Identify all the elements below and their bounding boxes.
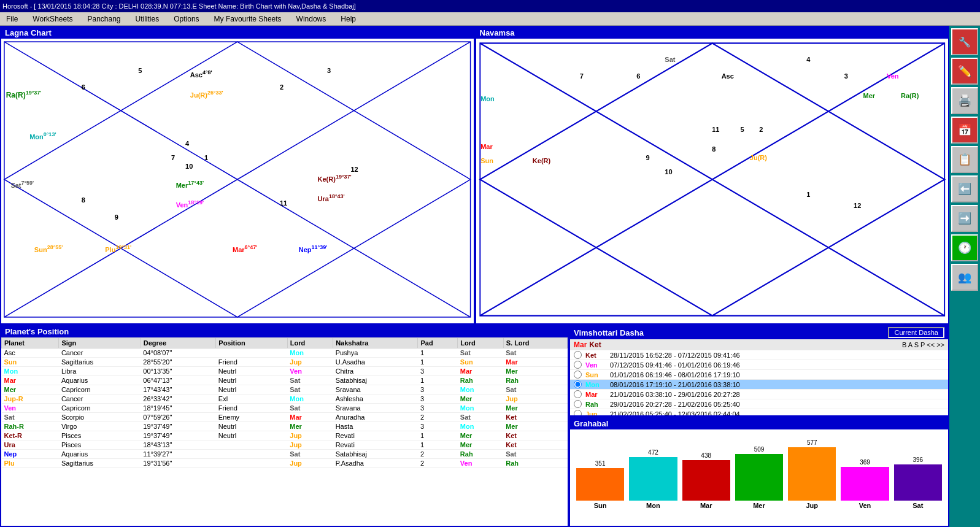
dasha-planet-name: Ven (585, 361, 610, 369)
house-10: 10 (185, 163, 193, 170)
bar-value: 351 (595, 460, 606, 467)
bar-chart: 351 Sun 472 Mon 438 Mar 509 Mer 577 Jup … (570, 429, 948, 509)
bar-label: Sat (912, 502, 923, 509)
navamsa-chart-svg (476, 39, 949, 320)
nav-h2: 2 (759, 126, 763, 133)
current-dasha-button[interactable]: Current Dasha (888, 327, 944, 338)
bar-rect (682, 460, 730, 501)
nav-h9: 9 (646, 154, 650, 161)
planet-mar: Mar6°47' (233, 244, 257, 253)
dasha-row[interactable]: Jup 21/02/2016 05:25:40 - 12/03/2016 02:… (570, 409, 948, 417)
nav-mar: Mar (480, 143, 493, 150)
planet-sun: Sun28°55' (34, 244, 63, 253)
dasha-radio[interactable] (574, 361, 582, 369)
sidebar-edit-btn[interactable]: ✏️ (951, 58, 978, 85)
table-row: Sat Scorpio 07°59'26" Enemy Mar Anuradha… (2, 413, 568, 422)
sidebar-back-btn[interactable]: ⬅️ (951, 175, 978, 202)
house-12: 12 (350, 166, 358, 173)
dasha-planet-name: Jup (585, 410, 610, 417)
house-5: 5 (138, 67, 142, 74)
sidebar-calendar-btn[interactable]: 📅 (951, 117, 978, 144)
col-planet: Planet (2, 338, 59, 348)
table-row: Mar Aquarius 06°47'13" Neutrl Sat Satabh… (2, 376, 568, 385)
dasha-row[interactable]: Ket 28/11/2015 16:52:28 - 07/12/2015 09:… (570, 350, 948, 360)
dasha-mahadasha-row: Mar Ket B A S P << >> (570, 339, 948, 350)
menu-panchang[interactable]: Panchang (83, 13, 124, 25)
planets-panel: Planet's Position Planet Sign Degree Pos… (0, 325, 569, 527)
dasha-planet-name: Mon (585, 381, 610, 388)
sidebar-people-btn[interactable]: 👥 (951, 264, 978, 291)
nav-h8: 8 (712, 145, 716, 153)
nav-mer: Mer (863, 92, 875, 99)
menu-windows[interactable]: Windows (293, 13, 330, 25)
dasha-dates: 07/12/2015 09:41:46 - 01/01/2016 06:19:4… (610, 361, 944, 369)
table-row: Ven Capricorn 18°19'45" Friend Sat Srava… (2, 404, 568, 413)
dasha-radio[interactable] (574, 390, 582, 398)
planet-ra: Ra(R)19°37' (6, 90, 42, 99)
house-6: 6 (82, 83, 85, 91)
sidebar-forward-btn[interactable]: ➡️ (951, 205, 978, 232)
dasha-dates: 01/01/2016 06:19:46 - 08/01/2016 17:19:1… (610, 371, 944, 379)
dasha-radio[interactable] (574, 410, 582, 417)
dasha-radio[interactable] (574, 351, 582, 359)
menu-worksheets[interactable]: WorkSheets (29, 13, 76, 25)
dasha-radio[interactable] (574, 400, 582, 408)
bar-value: 472 (648, 449, 658, 456)
dasha-row[interactable]: Sun 01/01/2016 06:19:46 - 08/01/2016 17:… (570, 370, 948, 380)
planet-jur: Ju(R)26°33' (190, 90, 223, 99)
app-title: Horosoft - [ 13/01/2015 18:04:28 City : … (2, 2, 356, 10)
table-row: Sun Sagittarius 28°55'20" Friend Jup U.A… (2, 358, 568, 367)
charts-row: Lagna Chart Ra(R)19°37' (0, 26, 949, 325)
dasha-row[interactable]: Mar 21/01/2016 03:38:10 - 29/01/2016 20:… (570, 390, 948, 399)
bar-label: Sun (594, 502, 607, 509)
table-row: Mer Capricorn 17°43'43" Neutrl Sat Srava… (2, 385, 568, 394)
dasha-row[interactable]: Mon 08/01/2016 17:19:10 - 21/01/2016 03:… (570, 380, 948, 390)
bar-rect (735, 454, 783, 501)
dasha-radio[interactable] (574, 371, 582, 379)
nav-ven: Ven (887, 72, 899, 80)
planet-mer: Mer17°43' (176, 180, 204, 189)
left-panel: Lagna Chart Ra(R)19°37' (0, 26, 949, 527)
sidebar-tools-btn[interactable]: 🔧 (951, 28, 978, 55)
house-7: 7 (171, 154, 175, 161)
menu-options[interactable]: Options (170, 13, 203, 25)
house-9: 9 (115, 213, 118, 221)
planet-plu: Plu19°31' (105, 244, 131, 253)
dasha-title: Vimshottari Dasha Current Dasha (570, 326, 948, 339)
bar-label: Ven (859, 502, 871, 509)
nav-h6: 6 (636, 72, 640, 80)
dasha-row[interactable]: Ven 07/12/2015 09:41:46 - 01/01/2016 06:… (570, 360, 948, 370)
bar-label: Mon (646, 502, 660, 509)
menu-utilities[interactable]: Utilities (132, 13, 163, 25)
planet-sat: Sat7°59' (10, 180, 34, 189)
dasha-radio[interactable] (574, 380, 582, 388)
lagna-chart-body: Ra(R)19°37' 5 6 Asc4°8' Ju(R)26°33' 3 2 … (1, 39, 474, 320)
bottom-row: Planet's Position Planet Sign Degree Pos… (0, 325, 949, 527)
dasha-panel: Vimshottari Dasha Current Dasha Mar Ket … (569, 325, 949, 417)
sidebar-clock-btn[interactable]: 🕐 (951, 234, 978, 261)
planet-ven: Ven18°19' (176, 199, 204, 209)
table-row: Ket-R Pisces 19°37'49" Neutrl Jup Revati… (2, 431, 568, 440)
sidebar-notes-btn[interactable]: 📋 (951, 146, 978, 173)
table-row: Rah-R Virgo 19°37'49" Neutrl Mer Hasta 3… (2, 422, 568, 431)
planet-nep: Nep11°39' (299, 244, 328, 253)
table-row: Asc Cancer 04°08'07" Mon Pushya 1 Sat Sa… (2, 348, 568, 358)
navamsa-chart-title: Navamsa (476, 27, 949, 39)
bar-label: Mer (753, 502, 765, 509)
bar-item: 396 Sat (894, 456, 942, 509)
menu-help[interactable]: Help (337, 13, 360, 25)
menu-favourite[interactable]: My Favourite Sheets (210, 13, 285, 25)
dasha-row[interactable]: Rah 29/01/2016 20:27:28 - 21/02/2016 05:… (570, 399, 948, 409)
nav-h10: 10 (665, 168, 672, 175)
bar-value: 438 (701, 452, 711, 459)
house-8: 8 (82, 196, 85, 204)
col-pad: Pad (418, 338, 458, 348)
main-container: Lagna Chart Ra(R)19°37' (0, 26, 980, 527)
nav-h1: 1 (806, 191, 810, 198)
house-11: 11 (280, 199, 287, 207)
menu-file[interactable]: File (2, 13, 21, 25)
table-row: Plu Sagittarius 19°31'56" Jup P.Asadha 2… (2, 459, 568, 468)
sidebar-print-btn[interactable]: 🖨️ (951, 87, 978, 114)
bar-rect (576, 468, 624, 501)
bar-item: 438 Mar (682, 452, 730, 509)
